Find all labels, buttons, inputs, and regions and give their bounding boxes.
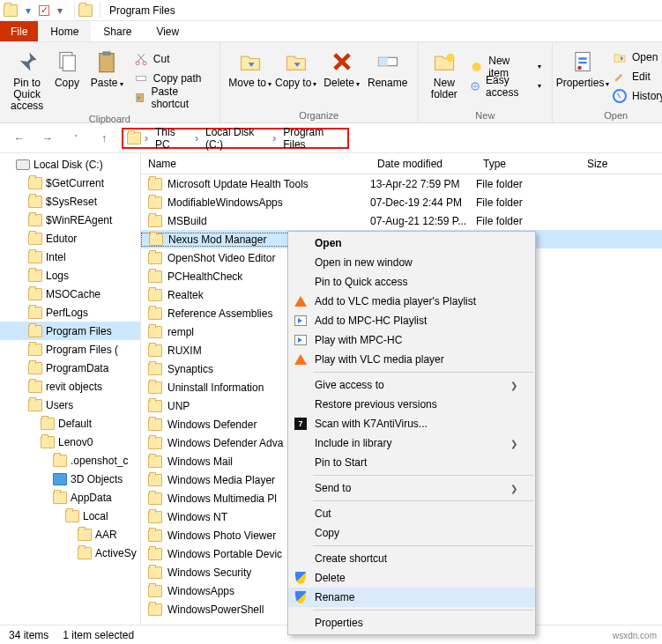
menu-restore[interactable]: Restore previous versions [288,395,535,414]
delete-icon [328,48,356,76]
copy-button[interactable]: Copy [47,44,86,112]
title-bar: ▾ ✓ ▾ Program Files [0,0,662,21]
tree-item[interactable]: $SysReset [0,192,140,211]
chevron-icon[interactable]: › [193,132,200,144]
cut-button[interactable]: Cut [130,49,212,69]
tree-item[interactable]: ActiveSy [0,544,140,562]
list-item[interactable]: ModifiableWindowsApps07-Dec-19 2:44 PMFi… [141,193,662,211]
tree-item[interactable]: 3D Objects [0,470,140,488]
file-tab[interactable]: File [0,21,38,41]
home-tab[interactable]: Home [38,21,91,41]
col-type[interactable]: Type [476,158,580,170]
forward-button[interactable]: → [37,128,58,149]
qa-save-icon[interactable]: ▾ [21,4,35,18]
properties-button[interactable]: Properties▾ [560,44,606,108]
pin-icon [13,48,41,76]
column-headers[interactable]: Name Date modified Type Size [141,153,662,174]
menu-pin-start[interactable]: Pin to Start [288,453,535,472]
nav-tree[interactable]: Local Disk (C:) $GetCurrent$SysReset$Win… [0,153,141,625]
back-button[interactable]: ← [9,128,30,149]
share-tab[interactable]: Share [91,21,144,41]
tree-item[interactable]: Program Files [0,322,140,340]
recent-dropdown[interactable]: ˅ [65,128,86,149]
file-type: File folder [476,178,580,190]
tree-item[interactable]: AppData [0,488,140,507]
disk-icon [16,159,30,170]
menu-vlc-play[interactable]: Play with VLC media player [288,350,535,369]
menu-k7-scan[interactable]: 7Scan with K7AntiVirus... [288,414,535,433]
tree-item[interactable]: Program Files ( [0,340,140,359]
list-item[interactable]: MSBuild07-Aug-21 12:59 P...File folder [141,211,662,230]
menu-properties[interactable]: Properties [288,613,535,633]
paste-shortcut-button[interactable]: Paste shortcut [130,88,212,107]
tree-item[interactable]: Logs [0,266,140,285]
organize-group-label: Organize [227,108,411,122]
address-bar: ← → ˅ ↑ › This PC › Local Disk (C:) › Pr… [0,123,662,153]
tree-item[interactable]: AAR [0,525,140,544]
vlc-icon [294,352,308,366]
tree-item[interactable]: Intel [0,248,140,266]
crumb-this-pc[interactable]: This PC [152,126,191,151]
chevron-icon[interactable]: › [143,132,150,144]
new-folder-button[interactable]: New folder [426,44,463,108]
easy-access-button[interactable]: Easy access▾ [466,77,545,96]
menu-delete[interactable]: Delete [288,568,535,588]
new-group-label: New [426,108,545,122]
clipboard-group-label: Clipboard [7,112,212,126]
view-tab[interactable]: View [144,21,191,41]
tree-item[interactable]: MSOCache [0,285,140,303]
tree-item[interactable]: Users [0,396,140,414]
tree-item[interactable]: Default [0,414,140,433]
paste-button[interactable]: Paste▾ [87,44,127,112]
cut-icon [134,52,148,66]
tree-item[interactable]: .openshot_c [0,451,140,470]
menu-mpc-play[interactable]: Play with MPC-HC [288,330,535,350]
col-size[interactable]: Size [580,158,633,170]
rename-button[interactable]: Rename [365,44,411,108]
tree-item[interactable]: ProgramData [0,359,140,377]
tree-item[interactable]: Edutor [0,229,140,248]
menu-mpc-add[interactable]: Add to MPC-HC Playlist [288,311,535,330]
edit-button[interactable]: Edit [609,67,662,86]
menu-create-shortcut[interactable]: Create shortcut [288,549,535,568]
history-button[interactable]: History [609,86,662,106]
menu-include-library[interactable]: Include in library❯ [288,433,535,453]
chevron-icon[interactable]: › [271,132,278,144]
col-date[interactable]: Date modified [370,158,476,170]
open-button[interactable]: Open▾ [609,48,662,67]
copy-to-button[interactable]: Copy to▾ [273,44,319,108]
list-item[interactable]: Microsoft Update Health Tools13-Apr-22 7… [141,174,662,193]
move-to-button[interactable]: Move to▾ [227,44,273,108]
tree-item[interactable]: $WinREAgent [0,211,140,229]
tree-item[interactable]: PerfLogs [0,303,140,322]
qa-checkbox-icon[interactable]: ✓ [39,5,49,16]
tree-item[interactable]: Lenov0 [0,433,140,451]
tree-item[interactable]: Local [0,507,140,525]
folder-icon [53,455,67,467]
crumb-local-disk[interactable]: Local Disk (C:) [202,126,269,151]
menu-rename[interactable]: Rename [288,588,535,607]
menu-vlc-add[interactable]: Add to VLC media player's Playlist [288,292,535,311]
qa-dropdown-icon[interactable]: ▾ [53,4,67,18]
tree-item-label: .openshot_c [71,455,128,467]
pin-quick-access-button[interactable]: Pin to Quick access [7,44,47,112]
menu-cut[interactable]: Cut [288,504,535,523]
menu-pin-quick-access[interactable]: Pin to Quick access [288,272,535,292]
col-name[interactable]: Name [141,158,370,170]
menu-open-new-window[interactable]: Open in new window [288,253,535,272]
svg-rect-3 [102,51,110,56]
file-name: ModifiableWindowsApps [167,196,283,209]
menu-send-to[interactable]: Send to❯ [288,478,535,498]
crumb-program-files[interactable]: Program Files [279,126,344,151]
delete-button[interactable]: Delete▾ [319,44,365,108]
folder-icon [127,132,141,144]
folder-icon [148,307,162,320]
menu-copy[interactable]: Copy [288,523,535,543]
tree-item[interactable]: $GetCurrent [0,174,140,192]
menu-open[interactable]: Open [288,233,535,253]
tree-item[interactable]: Local Disk (C:) [0,155,140,174]
up-button[interactable]: ↑ [93,128,115,149]
menu-give-access[interactable]: Give access to❯ [288,375,535,395]
breadcrumb[interactable]: › This PC › Local Disk (C:) › Program Fi… [122,128,349,149]
tree-item[interactable]: revit objects [0,377,140,396]
